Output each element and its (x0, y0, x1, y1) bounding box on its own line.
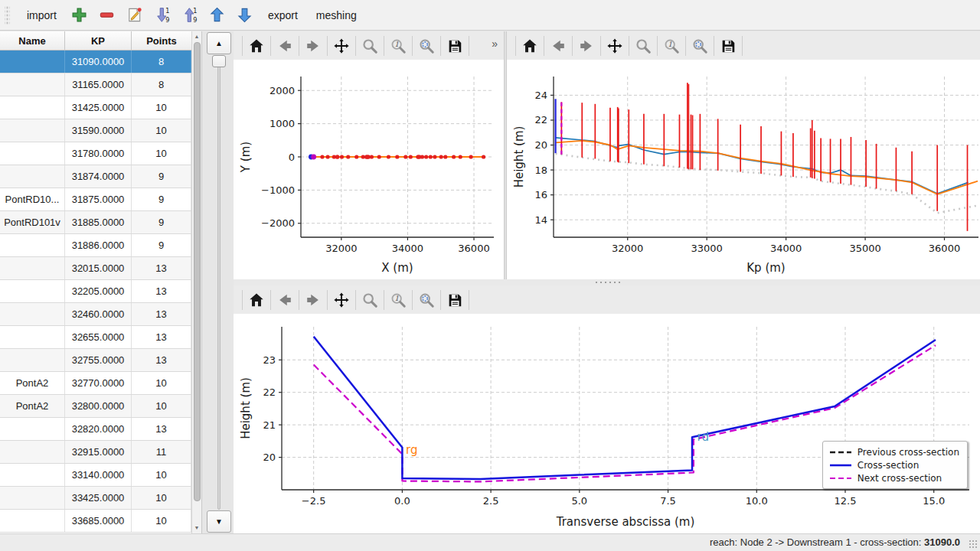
table-row[interactable]: 32820.000013 (0, 418, 191, 441)
add-icon[interactable] (68, 4, 91, 27)
status-bar: reach: Node 2 -> Downstream 1 - cross-se… (0, 533, 980, 551)
forward-button[interactable] (302, 289, 325, 311)
table-row[interactable]: 31165.00008 (0, 73, 191, 96)
table-row[interactable]: 33425.000010 (0, 487, 191, 510)
svg-text:10.0: 10.0 (746, 495, 768, 507)
export-button[interactable]: export (260, 5, 305, 26)
cell-name (0, 280, 65, 302)
svg-text:1: 1 (394, 40, 399, 48)
toolbar-separator (685, 36, 686, 56)
cross-section-points (354, 155, 358, 158)
table-row[interactable]: PontRD101v31885.00009 (0, 211, 191, 234)
column-header-points[interactable]: Points (132, 31, 191, 50)
table-row[interactable]: 31874.00009 (0, 165, 191, 188)
table-row[interactable]: PontRD10...31875.00009 (0, 188, 191, 211)
status-text: reach: Node 2 -> Downstream 1 - cross-se… (710, 534, 960, 551)
table-row[interactable]: 31590.000010 (0, 119, 191, 142)
sort-ascending-icon[interactable]: 19 (178, 4, 201, 27)
forward-button[interactable] (302, 34, 325, 57)
column-header-kp[interactable]: KP (65, 31, 132, 50)
toolbar-separator (469, 36, 469, 56)
zoom-one-button[interactable]: 1 (660, 34, 683, 57)
slider-down-button[interactable]: ▼ (207, 510, 231, 533)
zoom-one-button[interactable]: 1 (387, 289, 410, 311)
cross-section-plot[interactable]: rgrd−2.50.02.55.07.510.012.515.020212223… (234, 314, 980, 533)
home-button[interactable] (245, 289, 268, 311)
legend-entry: Next cross-section (829, 471, 959, 484)
table-row[interactable]: 32015.000013 (0, 257, 191, 280)
pan-button[interactable] (330, 289, 353, 311)
cell-points: 13 (132, 280, 191, 302)
zoom-button[interactable] (632, 34, 655, 57)
table-row[interactable]: 32205.000013 (0, 280, 191, 303)
import-button[interactable]: import (19, 5, 64, 26)
svg-text:Height (m): Height (m) (239, 377, 253, 439)
toolbar-separator (270, 36, 271, 56)
cell-points: 10 (132, 96, 191, 119)
remove-icon[interactable] (96, 4, 119, 27)
table-row[interactable]: 33140.000010 (0, 464, 191, 487)
table-row[interactable]: 33685.000010 (0, 510, 191, 533)
table-header: Name KP Points (0, 31, 191, 51)
pan-icon (333, 292, 350, 308)
table-scrollbar[interactable]: ▲ ▼ (191, 31, 201, 533)
zoom-sync-button[interactable] (415, 289, 438, 311)
table-row[interactable]: 32460.000013 (0, 303, 191, 326)
zoom-button[interactable] (358, 34, 381, 57)
table-row[interactable]: PontA232800.000010 (0, 395, 191, 418)
move-up-icon (208, 6, 226, 24)
table-row[interactable]: 32755.000013 (0, 349, 191, 372)
cell-name (0, 119, 65, 142)
table-row[interactable]: 31780.000010 (0, 142, 191, 165)
save-button[interactable] (717, 34, 740, 57)
svg-text:Kp (m): Kp (m) (746, 261, 785, 275)
forward-button[interactable] (575, 34, 598, 57)
zoom-sync-button[interactable] (415, 34, 438, 57)
meshing-button[interactable]: meshing (309, 5, 364, 26)
toolbar-grip-handle[interactable] (5, 5, 10, 25)
main-toolbar: import1919exportmeshing (0, 0, 980, 31)
table-row[interactable]: 32915.000011 (0, 441, 191, 464)
horizontal-splitter[interactable] (234, 279, 980, 285)
table-row[interactable]: 31090.00008 (0, 51, 191, 73)
back-button[interactable] (273, 289, 296, 311)
svg-text:36000: 36000 (458, 243, 489, 254)
section-slider-track[interactable] (217, 60, 220, 510)
plan-view-nav-toolbar: » 1 (234, 31, 504, 60)
window-resize-grip[interactable] (969, 540, 978, 549)
move-up-icon[interactable] (206, 4, 229, 27)
table-row[interactable]: 32655.000013 (0, 326, 191, 349)
home-icon (248, 292, 265, 308)
edit-icon[interactable] (123, 4, 146, 27)
table-scroll-down-button[interactable]: ▼ (192, 523, 201, 533)
table-scroll-up-button[interactable]: ▲ (192, 31, 201, 41)
move-down-icon[interactable] (234, 4, 256, 27)
table-row[interactable]: PontA232770.000010 (0, 372, 191, 395)
table-row[interactable]: 31886.00009 (0, 234, 191, 257)
pan-button[interactable] (603, 34, 626, 57)
legend-label: Previous cross-section (858, 447, 959, 458)
column-header-name[interactable]: Name (0, 31, 65, 50)
home-button[interactable] (518, 34, 541, 57)
plan-view-plot[interactable]: 320003400036000−2000−1000010002000X (m)Y… (234, 60, 504, 279)
section-slider-handle[interactable] (212, 55, 226, 67)
cell-name (0, 349, 65, 371)
longitudinal-profile-plot[interactable]: 3200033000340003500036000141618202224Kp … (507, 60, 980, 279)
table-row[interactable]: 31425.000010 (0, 96, 191, 119)
zoom-sync-button[interactable] (688, 34, 711, 57)
splitter-handle[interactable] (594, 281, 620, 284)
home-button[interactable] (245, 34, 268, 57)
cell-kp: 32755.0000 (65, 349, 132, 371)
sort-descending-icon[interactable]: 19 (151, 4, 174, 27)
zoom-button[interactable] (358, 289, 381, 311)
table-scrollbar-thumb[interactable] (194, 42, 201, 501)
save-button[interactable] (443, 289, 466, 311)
slider-up-button[interactable]: ▲ (207, 32, 231, 54)
back-button[interactable] (273, 34, 296, 57)
pan-button[interactable] (330, 34, 353, 57)
svg-text:1: 1 (166, 7, 170, 15)
zoom-one-button[interactable]: 1 (387, 34, 410, 57)
save-button[interactable] (443, 34, 466, 57)
back-button[interactable] (547, 34, 570, 57)
toolbar-extension-button[interactable]: » (492, 37, 498, 50)
